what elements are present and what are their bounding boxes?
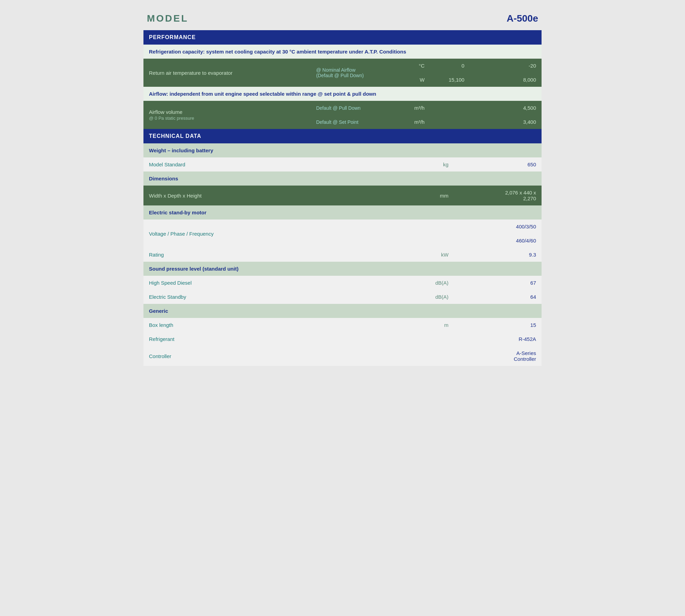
default-pulldown-label: Default @ Pull Down: [311, 101, 398, 115]
dimensions-table: Width x Depth x Height mm 2,076 x 440 x …: [143, 186, 542, 205]
weight-value: 650: [494, 157, 542, 171]
model-standard-label: Model Standard: [143, 157, 422, 171]
dimensions-value: 2,076 x 440 x 2,270: [494, 186, 542, 205]
box-length-unit: m: [422, 318, 454, 332]
voltage-label: Voltage / Phase / Frequency: [143, 220, 422, 248]
high-speed-row: High Speed Diesel dB(A) 67: [143, 276, 542, 290]
technical-section-header: TECHNICAL DATA: [143, 129, 542, 143]
sound-header: Sound pressure level (standard unit): [143, 262, 542, 276]
electric-header: Electric stand-by motor: [143, 205, 542, 220]
dimensions-unit: mm: [422, 186, 454, 205]
airflow-pd-value: 4,500: [470, 101, 542, 115]
return-air-row: Return air temperature to evaporator @ N…: [143, 59, 542, 73]
performance-section-header: PERFORMANCE: [143, 30, 542, 45]
high-speed-label: High Speed Diesel: [143, 276, 422, 290]
capacity-v1: 15,100: [430, 73, 470, 87]
box-length-label: Box length: [143, 318, 422, 332]
refrigeration-table: Return air temperature to evaporator @ N…: [143, 59, 542, 87]
model-standard-row: Model Standard kg 650: [143, 157, 542, 171]
controller-label: Controller: [143, 346, 422, 366]
electric-standby-unit: dB(A): [422, 290, 454, 304]
return-unit: °C: [398, 59, 430, 73]
box-length-value: 15: [494, 318, 542, 332]
return-v2: -20: [470, 59, 542, 73]
header: MODEL A-500e: [143, 7, 542, 30]
airflow-subtitle: Airflow: independent from unit engine sp…: [143, 87, 542, 101]
wdh-label: Width x Depth x Height: [143, 186, 422, 205]
model-value: A-500e: [507, 13, 538, 24]
electric-standby-value: 64: [494, 290, 542, 304]
electric-standby-label: Electric Standby: [143, 290, 422, 304]
weight-table: Model Standard kg 650: [143, 157, 542, 171]
refrigeration-subtitle: Refrigeration capacity: system net cooli…: [143, 45, 542, 59]
airflow-table: Airflow volume @ 0 Pa static pressure De…: [143, 101, 542, 129]
refrigerant-label: Refrigerant: [143, 332, 422, 346]
electric-standby-row: Electric Standby dB(A) 64: [143, 290, 542, 304]
generic-table: Box length m 15 Refrigerant R-452A Contr…: [143, 318, 542, 366]
rating-row: Rating kW 9.3: [143, 248, 542, 262]
model-label: MODEL: [147, 13, 188, 24]
rating-unit: kW: [422, 248, 454, 262]
controller-value: A-Series Controller: [494, 346, 542, 366]
electric-table: Voltage / Phase / Frequency 400/3/50 460…: [143, 220, 542, 262]
voltage-v1: 400/3/50: [494, 220, 542, 234]
airflow-sp-value: 3,400: [470, 115, 542, 129]
return-v1: 0: [430, 59, 470, 73]
capacity-v2: 8,000: [470, 73, 542, 87]
default-setpoint-label: Default @ Set Point: [311, 115, 398, 129]
page-container: MODEL A-500e PERFORMANCE Refrigeration c…: [143, 7, 542, 366]
sound-table: High Speed Diesel dB(A) 67 Electric Stan…: [143, 276, 542, 304]
airflow-sp-unit: m³/h: [398, 115, 430, 129]
rating-value: 9.3: [494, 248, 542, 262]
voltage-v2: 460/4/60: [494, 234, 542, 248]
box-length-row: Box length m 15: [143, 318, 542, 332]
nominal-airflow-cell: @ Nominal Airflow (Default @ Pull Down): [311, 59, 398, 87]
wdh-row: Width x Depth x Height mm 2,076 x 440 x …: [143, 186, 542, 205]
rating-label: Rating: [143, 248, 422, 262]
weight-header: Weight – including battery: [143, 143, 542, 157]
airflow-label: Airflow volume @ 0 Pa static pressure: [143, 101, 311, 129]
voltage-row1: Voltage / Phase / Frequency 400/3/50: [143, 220, 542, 234]
dimensions-header: Dimensions: [143, 171, 542, 186]
controller-row: Controller A-Series Controller: [143, 346, 542, 366]
airflow-pd-unit: m³/h: [398, 101, 430, 115]
return-air-label: Return air temperature to evaporator: [143, 59, 311, 87]
high-speed-unit: dB(A): [422, 276, 454, 290]
generic-header: Generic: [143, 304, 542, 318]
high-speed-value: 67: [494, 276, 542, 290]
airflow-pulldown-row: Airflow volume @ 0 Pa static pressure De…: [143, 101, 542, 115]
refrigerant-value: R-452A: [494, 332, 542, 346]
weight-unit: kg: [422, 157, 454, 171]
refrigerant-row: Refrigerant R-452A: [143, 332, 542, 346]
capacity-unit: W: [398, 73, 430, 87]
